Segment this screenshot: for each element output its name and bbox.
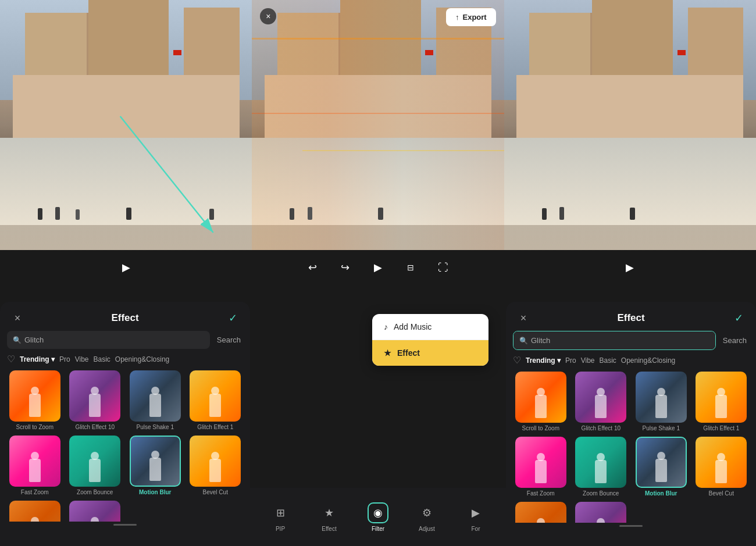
r-effect-item-glitch1[interactable]: Glitch Effect 1	[694, 372, 750, 432]
left-favorites-btn[interactable]: ♡	[7, 354, 15, 365]
captions-btn[interactable]: ⊟	[400, 257, 421, 278]
r-effect-item-row3a[interactable]	[513, 502, 569, 523]
fullscreen-btn[interactable]: ⛶	[433, 257, 454, 278]
r-effect-thumb-fast-zoom	[515, 437, 566, 488]
effect-item-bevel-cut[interactable]: Bevel Cut	[188, 436, 244, 496]
r-effect-thumb-row3a	[515, 502, 566, 523]
effect-item-scroll-zoom[interactable]: Scroll to Zoom	[7, 370, 63, 431]
r-effect-item-fast-zoom[interactable]: Fast Zoom	[513, 437, 569, 497]
left-tab-pro[interactable]: Pro	[59, 354, 70, 365]
adjust-label: Adjust	[419, 526, 435, 532]
left-tab-vibe[interactable]: Vibe	[75, 354, 89, 365]
video-panel-right: ▶	[504, 0, 756, 299]
effect-thumb-row3b	[69, 501, 120, 522]
effect-item-fast-zoom[interactable]: Fast Zoom	[7, 436, 63, 496]
export-button[interactable]: ↑ Export	[446, 8, 496, 26]
context-menu: ♪ Add Music ★ Effect	[372, 314, 488, 366]
play-btn-right[interactable]: ▶	[619, 257, 640, 278]
right-effect-grid: Scroll to Zoom Glitch Effect 10 Pulse Sh…	[506, 372, 756, 523]
effect-label-scroll-zoom: Scroll to Zoom	[16, 424, 54, 431]
effect-item-row3a[interactable]	[7, 501, 63, 522]
left-category-tabs: ♡ Trending ▾ Pro Vibe Basic Opening&Clos…	[0, 354, 250, 370]
effect-tool-btn[interactable]: ★ Effect	[319, 502, 340, 532]
street-scene-left	[0, 0, 252, 250]
r-effect-thumb-row3b	[575, 502, 626, 523]
right-tab-opening[interactable]: Opening&Closing	[621, 355, 675, 366]
right-search-input[interactable]	[513, 331, 715, 349]
left-tab-trending[interactable]: Trending ▾	[20, 354, 55, 365]
effect-panel-right: × Effect ✓ 🔍 Search ♡ Trending ▾ Pro Vib…	[506, 302, 756, 546]
effect-thumb-row3a	[9, 501, 60, 522]
right-tab-trending[interactable]: Trending ▾	[526, 355, 561, 366]
left-search-button[interactable]: Search	[215, 336, 243, 344]
effect-item-glitch1[interactable]: Glitch Effect 1	[188, 370, 244, 431]
panel-controls-middle: ↩ ↪ ▶ ⊟ ⛶	[252, 250, 504, 285]
left-search-row: 🔍 Search	[0, 331, 250, 354]
left-search-wrapper: 🔍	[7, 331, 210, 349]
undo-btn[interactable]: ↩	[302, 257, 323, 278]
effect-item-zoom-bounce[interactable]: Zoom Bounce	[67, 436, 123, 496]
r-effect-item-glitch10[interactable]: Glitch Effect 10	[573, 372, 629, 432]
redo-btn[interactable]: ↪	[335, 257, 356, 278]
r-effect-thumb-motion-blur	[636, 437, 687, 488]
r-effect-label-motion-blur: Motion Blur	[645, 490, 677, 497]
play-btn-left[interactable]: ▶	[116, 257, 137, 278]
pip-label: PIP	[276, 526, 285, 532]
right-tab-vibe[interactable]: Vibe	[581, 355, 595, 366]
effect-thumb-scroll-zoom	[9, 370, 60, 422]
left-panel-title: Effect	[26, 312, 224, 324]
left-panel-check[interactable]: ✓	[224, 310, 241, 326]
r-effect-item-motion-blur[interactable]: Motion Blur	[633, 437, 689, 497]
r-effect-thumb-bevel-cut	[696, 437, 747, 488]
r-effect-item-pulse1[interactable]: Pulse Shake 1	[633, 372, 689, 432]
street-scene-middle	[252, 0, 504, 250]
adjust-icon: ⚙	[416, 502, 437, 523]
r-effect-item-bevel-cut[interactable]: Bevel Cut	[694, 437, 750, 497]
pip-tool-btn[interactable]: ⊞ PIP	[270, 502, 291, 532]
effect-thumb-zoom-bounce	[69, 436, 120, 487]
left-search-input[interactable]	[7, 331, 210, 349]
r-effect-thumb-glitch10	[575, 372, 626, 423]
top-video-section: ▶	[0, 0, 756, 299]
effect-item-glitch10[interactable]: Glitch Effect 10	[67, 370, 123, 431]
play-btn-middle[interactable]: ▶	[368, 257, 388, 278]
effect-label: Effect	[322, 526, 336, 532]
right-panel-title: Effect	[532, 312, 730, 324]
filter-icon: ◉	[368, 502, 388, 523]
for-label: For	[472, 526, 480, 532]
effect-item-row3b[interactable]	[67, 501, 123, 522]
adjust-tool-btn[interactable]: ⚙ Adjust	[416, 502, 437, 532]
r-effect-item-zoom-bounce[interactable]: Zoom Bounce	[573, 437, 629, 497]
for-tool-btn[interactable]: ▶ For	[465, 502, 486, 532]
right-panel-header: × Effect ✓	[506, 302, 756, 331]
video-thumb-middle	[252, 0, 504, 250]
left-tab-basic[interactable]: Basic	[94, 354, 110, 365]
effect-thumb-pulse1	[130, 370, 181, 422]
right-panel-close[interactable]: ×	[515, 310, 532, 326]
effect-label-motion-blur: Motion Blur	[139, 489, 172, 496]
right-search-row: 🔍 Search	[506, 331, 756, 355]
ctx-effect[interactable]: ★ Effect	[372, 340, 488, 366]
effect-item-motion-blur[interactable]: Motion Blur	[127, 436, 183, 496]
r-effect-label-glitch1: Glitch Effect 1	[703, 425, 739, 432]
right-panel-check[interactable]: ✓	[730, 310, 747, 326]
right-favorites-btn[interactable]: ♡	[513, 355, 521, 366]
ctx-add-music-label: Add Music	[394, 322, 432, 331]
r-effect-item-scroll-zoom[interactable]: Scroll to Zoom	[513, 372, 569, 432]
left-search-icon: 🔍	[13, 336, 22, 344]
filter-tool-btn[interactable]: ◉ Filter	[368, 502, 388, 532]
effect-icon: ★	[319, 502, 340, 523]
effect-item-pulse1[interactable]: Pulse Shake 1	[127, 370, 183, 431]
left-tab-opening[interactable]: Opening&Closing	[115, 354, 169, 365]
r-effect-item-row3b[interactable]	[573, 502, 629, 523]
right-tab-pro[interactable]: Pro	[565, 355, 576, 366]
effect-thumb-motion-blur	[130, 436, 181, 487]
bottom-toolbar: ⊞ PIP ★ Effect ◉ Filter ⚙ Adjust ▶ For	[250, 488, 506, 546]
left-panel-close[interactable]: ×	[9, 310, 26, 326]
ctx-add-music[interactable]: ♪ Add Music	[372, 314, 488, 340]
export-label: Export	[462, 13, 486, 22]
right-tab-basic[interactable]: Basic	[600, 355, 616, 366]
video-panel-left: ▶	[0, 0, 252, 299]
right-search-button[interactable]: Search	[721, 336, 749, 345]
effect-label-glitch10: Glitch Effect 10	[75, 424, 115, 431]
